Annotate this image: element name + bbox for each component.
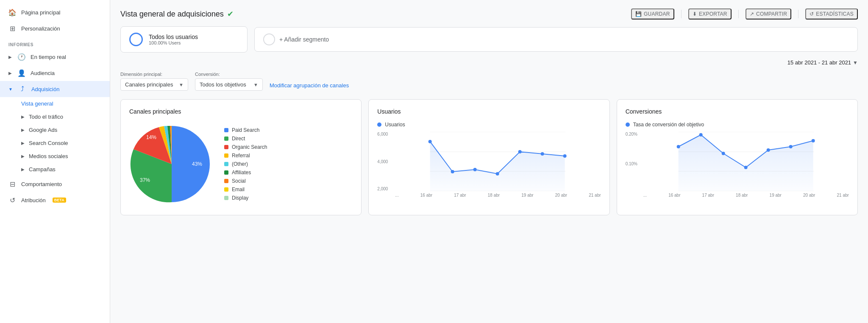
dimension-value: Canales principales — [125, 81, 173, 88]
legend-item-social: Social — [224, 178, 267, 184]
y-label: 0.10% — [626, 162, 637, 166]
conversiones-legend-label: Tasa de conversión del objetivo — [633, 122, 704, 128]
conversion-dropdown[interactable]: Todos los objetivos ▼ — [195, 78, 263, 91]
segment-row: Todos los usuarios 100.00% Users + Añadi… — [120, 26, 858, 53]
sidebar-subitem-vista-general[interactable]: Vista general — [0, 97, 110, 110]
sidebar-subitem-campanas[interactable]: ▶ Campañas — [0, 163, 110, 176]
legend-item-email: Email — [224, 187, 267, 192]
beta-badge: BETA — [53, 198, 66, 203]
legend-label: (Other) — [232, 161, 248, 167]
x-label: 17 abr — [702, 193, 714, 198]
svg-point-22 — [789, 145, 792, 148]
legend-item-paid-search: Paid Search — [224, 127, 267, 133]
svg-marker-4 — [430, 142, 565, 191]
modify-label: Modificar agrupación de canales — [270, 82, 349, 89]
date-range[interactable]: 15 abr 2021 - 21 abr 2021 ▼ — [120, 59, 858, 66]
sidebar-item-label: Audiencia — [31, 70, 55, 76]
sidebar-subitem-google-ads[interactable]: ▶ Google Ads — [0, 123, 110, 136]
legend-label: Social — [232, 178, 246, 184]
header-actions: 💾 GUARDAR ⬇ EXPORTAR ↗ COMPARTIR ↺ ESTAD… — [631, 8, 858, 19]
chevron-right-icon: ▶ — [8, 71, 12, 75]
sidebar-item-audiencia[interactable]: ▶ 👤 Audiencia — [0, 65, 110, 81]
legend-item-direct: Direct — [224, 136, 267, 142]
pie-area: 43% 37% 14% Paid Search Direct O — [129, 122, 353, 206]
clock-icon: 🕐 — [18, 53, 25, 61]
sidebar-subitem-label: Todo el tráfico — [29, 114, 63, 120]
conversiones-chart-card: Conversiones Tasa de conversión del obje… — [617, 99, 858, 215]
divider — [738, 10, 739, 18]
conversiones-chart-title: Conversiones — [626, 108, 849, 115]
dimension-dropdown[interactable]: Canales principales ▼ — [120, 78, 188, 91]
legend-item-organic-search: Organic Search — [224, 144, 267, 150]
stats-button[interactable]: ↺ ESTADÍSTICAS — [805, 8, 858, 19]
x-label: 16 abr — [420, 193, 432, 198]
conversiones-chart-area: 0.20% 0.10% — [626, 132, 849, 198]
svg-point-23 — [811, 139, 815, 142]
save-button[interactable]: 💾 GUARDAR — [631, 8, 674, 19]
svg-point-20 — [744, 166, 747, 169]
legend-color — [224, 128, 228, 132]
sidebar-section-label: INFORMES — [0, 36, 110, 49]
sidebar-subitem-medios-sociales[interactable]: ▶ Medios sociales — [0, 150, 110, 163]
y-label: 2,000 — [377, 187, 388, 191]
check-icon: ✔ — [227, 9, 234, 19]
legend-color — [224, 196, 228, 200]
pie-legend: Paid Search Direct Organic Search Referr… — [224, 127, 267, 201]
page-title-text: Vista general de adquisiciones — [120, 10, 224, 19]
legend-label: Organic Search — [232, 144, 267, 150]
stats-icon: ↺ — [810, 11, 814, 17]
svg-point-7 — [473, 168, 477, 171]
legend-item-display: Display — [224, 195, 267, 201]
legend-label: Referral — [232, 153, 250, 159]
legend-color — [224, 136, 228, 141]
pie-chart-card: Canales principales — [120, 99, 362, 215]
modify-link[interactable]: Modificar agrupación de canales — [270, 82, 349, 89]
add-segment-button[interactable]: + Añadir segmento — [254, 27, 858, 52]
save-icon: 💾 — [635, 11, 642, 17]
sidebar-item-pagina-principal[interactable]: 🏠 Página principal — [0, 4, 110, 20]
sidebar-item-personalizacion[interactable]: ⊞ Personalización — [0, 20, 110, 36]
legend-label: Direct — [232, 136, 245, 142]
stats-label: ESTADÍSTICAS — [816, 11, 854, 17]
sidebar-subitem-search-console[interactable]: ▶ Search Console — [0, 136, 110, 150]
y-label: 4,000 — [377, 159, 388, 164]
controls-row: Dimensión principal: Canales principales… — [120, 72, 858, 91]
pie-chart: 43% 37% 14% — [129, 122, 214, 206]
legend-color — [224, 162, 228, 166]
legend-label: Paid Search — [232, 127, 259, 133]
sidebar-item-tiempo-real[interactable]: ▶ 🕐 En tiempo real — [0, 49, 110, 65]
sidebar-item-label: Atribución — [21, 197, 46, 203]
chevron-right-icon: ▶ — [8, 55, 12, 59]
dimension-label: Dimensión principal: — [120, 72, 188, 77]
sidebar-item-label: Comportamiento — [21, 181, 62, 187]
conversiones-legend-dot — [626, 123, 630, 127]
legend-label: Affiliates — [232, 170, 251, 175]
svg-point-8 — [496, 172, 499, 175]
conversiones-legend: Tasa de conversión del objetivo — [626, 122, 849, 128]
export-button[interactable]: ⬇ EXPORTAR — [688, 8, 732, 19]
sidebar-item-adquisicion[interactable]: ▼ ⤴ Adquisición — [0, 81, 110, 97]
usuarios-y-axis: 6,000 4,000 2,000 — [377, 132, 388, 191]
sidebar-item-comportamiento[interactable]: ⊟ Comportamiento — [0, 176, 110, 192]
conversion-value: Todos los objetivos — [200, 81, 246, 88]
x-label: ... — [643, 193, 647, 198]
sidebar: 🏠 Página principal ⊞ Personalización INF… — [0, 0, 110, 323]
chevron-right-icon: ▶ — [21, 128, 25, 132]
pie-chart-title: Canales principales — [129, 108, 353, 115]
segment-text: Todos los usuarios 100.00% Users — [149, 33, 198, 45]
x-label: 20 abr — [803, 193, 815, 198]
svg-point-17 — [676, 145, 680, 148]
y-label: 0.20% — [626, 132, 637, 136]
legend-color — [224, 179, 228, 183]
sidebar-subitem-label: Google Ads — [29, 127, 57, 133]
sidebar-subitem-todo-trafico[interactable]: ▶ Todo el tráfico — [0, 110, 110, 123]
sidebar-subitem-label: Campañas — [29, 166, 56, 173]
share-button[interactable]: ↗ COMPARTIR — [746, 8, 791, 19]
sidebar-item-atribucion[interactable]: ↺ Atribución BETA — [0, 192, 110, 208]
svg-point-5 — [428, 140, 432, 143]
share-icon: ↗ — [750, 11, 754, 17]
x-label: 17 abr — [454, 193, 466, 198]
legend-color — [224, 153, 228, 158]
x-label: 20 abr — [555, 193, 567, 198]
save-label: GUARDAR — [644, 11, 670, 17]
